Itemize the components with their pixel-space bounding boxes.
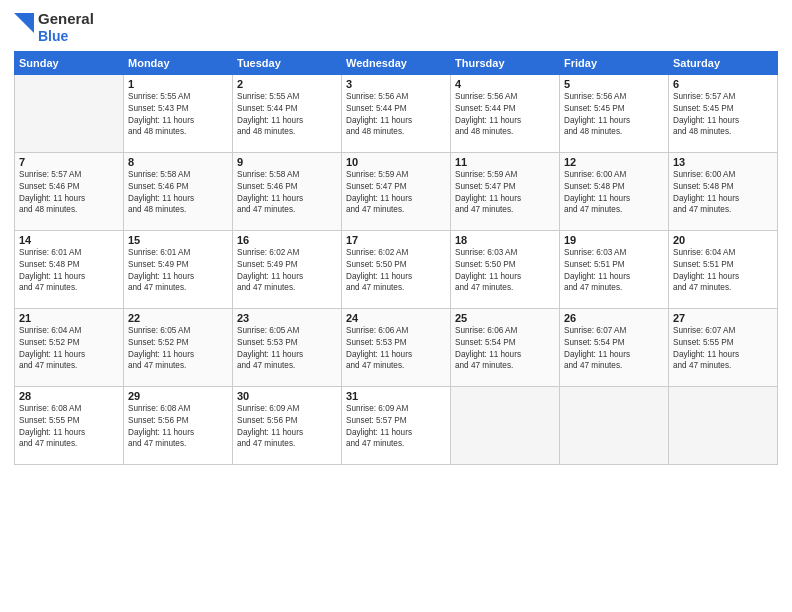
day-info: Sunrise: 6:04 AM Sunset: 5:52 PM Dayligh… xyxy=(19,325,119,373)
weekday-header-cell: Wednesday xyxy=(342,51,451,74)
day-number: 21 xyxy=(19,312,119,324)
calendar-day-cell: 21Sunrise: 6:04 AM Sunset: 5:52 PM Dayli… xyxy=(15,308,124,386)
day-info: Sunrise: 6:03 AM Sunset: 5:51 PM Dayligh… xyxy=(564,247,664,295)
day-number: 10 xyxy=(346,156,446,168)
day-info: Sunrise: 5:58 AM Sunset: 5:46 PM Dayligh… xyxy=(237,169,337,217)
calendar-day-cell xyxy=(451,386,560,464)
calendar-day-cell: 2Sunrise: 5:55 AM Sunset: 5:44 PM Daylig… xyxy=(233,74,342,152)
day-number: 27 xyxy=(673,312,773,324)
logo: General Blue xyxy=(14,10,94,45)
calendar-table: SundayMondayTuesdayWednesdayThursdayFrid… xyxy=(14,51,778,465)
weekday-header-cell: Monday xyxy=(124,51,233,74)
day-info: Sunrise: 6:02 AM Sunset: 5:49 PM Dayligh… xyxy=(237,247,337,295)
page-header: General Blue xyxy=(14,10,778,45)
calendar-day-cell: 7Sunrise: 5:57 AM Sunset: 5:46 PM Daylig… xyxy=(15,152,124,230)
day-info: Sunrise: 6:07 AM Sunset: 5:55 PM Dayligh… xyxy=(673,325,773,373)
day-number: 8 xyxy=(128,156,228,168)
day-info: Sunrise: 6:09 AM Sunset: 5:57 PM Dayligh… xyxy=(346,403,446,451)
calendar-day-cell: 1Sunrise: 5:55 AM Sunset: 5:43 PM Daylig… xyxy=(124,74,233,152)
calendar-day-cell: 16Sunrise: 6:02 AM Sunset: 5:49 PM Dayli… xyxy=(233,230,342,308)
calendar-day-cell: 25Sunrise: 6:06 AM Sunset: 5:54 PM Dayli… xyxy=(451,308,560,386)
day-info: Sunrise: 6:05 AM Sunset: 5:52 PM Dayligh… xyxy=(128,325,228,373)
day-number: 3 xyxy=(346,78,446,90)
day-info: Sunrise: 6:06 AM Sunset: 5:53 PM Dayligh… xyxy=(346,325,446,373)
weekday-header-cell: Saturday xyxy=(669,51,778,74)
calendar-day-cell xyxy=(560,386,669,464)
day-info: Sunrise: 5:59 AM Sunset: 5:47 PM Dayligh… xyxy=(455,169,555,217)
calendar-day-cell: 20Sunrise: 6:04 AM Sunset: 5:51 PM Dayli… xyxy=(669,230,778,308)
day-number: 18 xyxy=(455,234,555,246)
calendar-day-cell: 18Sunrise: 6:03 AM Sunset: 5:50 PM Dayli… xyxy=(451,230,560,308)
logo-blue-text: Blue xyxy=(38,28,94,45)
calendar-day-cell: 19Sunrise: 6:03 AM Sunset: 5:51 PM Dayli… xyxy=(560,230,669,308)
day-number: 29 xyxy=(128,390,228,402)
calendar-day-cell xyxy=(669,386,778,464)
calendar-week-row: 14Sunrise: 6:01 AM Sunset: 5:48 PM Dayli… xyxy=(15,230,778,308)
day-number: 19 xyxy=(564,234,664,246)
day-number: 6 xyxy=(673,78,773,90)
day-number: 17 xyxy=(346,234,446,246)
day-info: Sunrise: 5:56 AM Sunset: 5:44 PM Dayligh… xyxy=(455,91,555,139)
calendar-day-cell: 5Sunrise: 5:56 AM Sunset: 5:45 PM Daylig… xyxy=(560,74,669,152)
calendar-day-cell: 28Sunrise: 6:08 AM Sunset: 5:55 PM Dayli… xyxy=(15,386,124,464)
day-info: Sunrise: 6:04 AM Sunset: 5:51 PM Dayligh… xyxy=(673,247,773,295)
calendar-day-cell: 9Sunrise: 5:58 AM Sunset: 5:46 PM Daylig… xyxy=(233,152,342,230)
logo-text-block: General Blue xyxy=(38,10,94,45)
day-info: Sunrise: 5:55 AM Sunset: 5:44 PM Dayligh… xyxy=(237,91,337,139)
day-number: 15 xyxy=(128,234,228,246)
day-info: Sunrise: 5:56 AM Sunset: 5:45 PM Dayligh… xyxy=(564,91,664,139)
calendar-day-cell: 8Sunrise: 5:58 AM Sunset: 5:46 PM Daylig… xyxy=(124,152,233,230)
calendar-day-cell: 26Sunrise: 6:07 AM Sunset: 5:54 PM Dayli… xyxy=(560,308,669,386)
day-info: Sunrise: 6:08 AM Sunset: 5:55 PM Dayligh… xyxy=(19,403,119,451)
day-info: Sunrise: 5:56 AM Sunset: 5:44 PM Dayligh… xyxy=(346,91,446,139)
day-number: 7 xyxy=(19,156,119,168)
day-number: 23 xyxy=(237,312,337,324)
day-number: 30 xyxy=(237,390,337,402)
day-info: Sunrise: 5:57 AM Sunset: 5:45 PM Dayligh… xyxy=(673,91,773,139)
day-number: 25 xyxy=(455,312,555,324)
calendar-day-cell: 3Sunrise: 5:56 AM Sunset: 5:44 PM Daylig… xyxy=(342,74,451,152)
day-number: 13 xyxy=(673,156,773,168)
day-info: Sunrise: 6:03 AM Sunset: 5:50 PM Dayligh… xyxy=(455,247,555,295)
calendar-day-cell: 29Sunrise: 6:08 AM Sunset: 5:56 PM Dayli… xyxy=(124,386,233,464)
day-number: 14 xyxy=(19,234,119,246)
day-number: 26 xyxy=(564,312,664,324)
day-info: Sunrise: 5:57 AM Sunset: 5:46 PM Dayligh… xyxy=(19,169,119,217)
calendar-day-cell: 23Sunrise: 6:05 AM Sunset: 5:53 PM Dayli… xyxy=(233,308,342,386)
day-number: 16 xyxy=(237,234,337,246)
day-info: Sunrise: 5:55 AM Sunset: 5:43 PM Dayligh… xyxy=(128,91,228,139)
day-number: 22 xyxy=(128,312,228,324)
day-info: Sunrise: 5:59 AM Sunset: 5:47 PM Dayligh… xyxy=(346,169,446,217)
day-info: Sunrise: 6:09 AM Sunset: 5:56 PM Dayligh… xyxy=(237,403,337,451)
calendar-day-cell: 15Sunrise: 6:01 AM Sunset: 5:49 PM Dayli… xyxy=(124,230,233,308)
logo-general-text: General xyxy=(38,10,94,28)
weekday-header-cell: Friday xyxy=(560,51,669,74)
day-info: Sunrise: 6:01 AM Sunset: 5:49 PM Dayligh… xyxy=(128,247,228,295)
calendar-day-cell: 22Sunrise: 6:05 AM Sunset: 5:52 PM Dayli… xyxy=(124,308,233,386)
calendar-day-cell: 13Sunrise: 6:00 AM Sunset: 5:48 PM Dayli… xyxy=(669,152,778,230)
day-number: 24 xyxy=(346,312,446,324)
day-info: Sunrise: 6:08 AM Sunset: 5:56 PM Dayligh… xyxy=(128,403,228,451)
calendar-week-row: 28Sunrise: 6:08 AM Sunset: 5:55 PM Dayli… xyxy=(15,386,778,464)
logo-icon-container xyxy=(14,13,34,41)
calendar-day-cell: 17Sunrise: 6:02 AM Sunset: 5:50 PM Dayli… xyxy=(342,230,451,308)
logo-wrapper: General Blue xyxy=(14,10,94,45)
day-number: 31 xyxy=(346,390,446,402)
weekday-header-cell: Tuesday xyxy=(233,51,342,74)
day-number: 20 xyxy=(673,234,773,246)
logo-triangle-icon xyxy=(14,13,34,37)
day-info: Sunrise: 6:01 AM Sunset: 5:48 PM Dayligh… xyxy=(19,247,119,295)
calendar-day-cell: 4Sunrise: 5:56 AM Sunset: 5:44 PM Daylig… xyxy=(451,74,560,152)
day-number: 12 xyxy=(564,156,664,168)
calendar-day-cell xyxy=(15,74,124,152)
day-number: 28 xyxy=(19,390,119,402)
day-info: Sunrise: 6:07 AM Sunset: 5:54 PM Dayligh… xyxy=(564,325,664,373)
calendar-day-cell: 24Sunrise: 6:06 AM Sunset: 5:53 PM Dayli… xyxy=(342,308,451,386)
calendar-week-row: 7Sunrise: 5:57 AM Sunset: 5:46 PM Daylig… xyxy=(15,152,778,230)
day-info: Sunrise: 5:58 AM Sunset: 5:46 PM Dayligh… xyxy=(128,169,228,217)
day-number: 1 xyxy=(128,78,228,90)
calendar-day-cell: 6Sunrise: 5:57 AM Sunset: 5:45 PM Daylig… xyxy=(669,74,778,152)
day-info: Sunrise: 6:00 AM Sunset: 5:48 PM Dayligh… xyxy=(564,169,664,217)
day-info: Sunrise: 6:00 AM Sunset: 5:48 PM Dayligh… xyxy=(673,169,773,217)
day-info: Sunrise: 6:05 AM Sunset: 5:53 PM Dayligh… xyxy=(237,325,337,373)
